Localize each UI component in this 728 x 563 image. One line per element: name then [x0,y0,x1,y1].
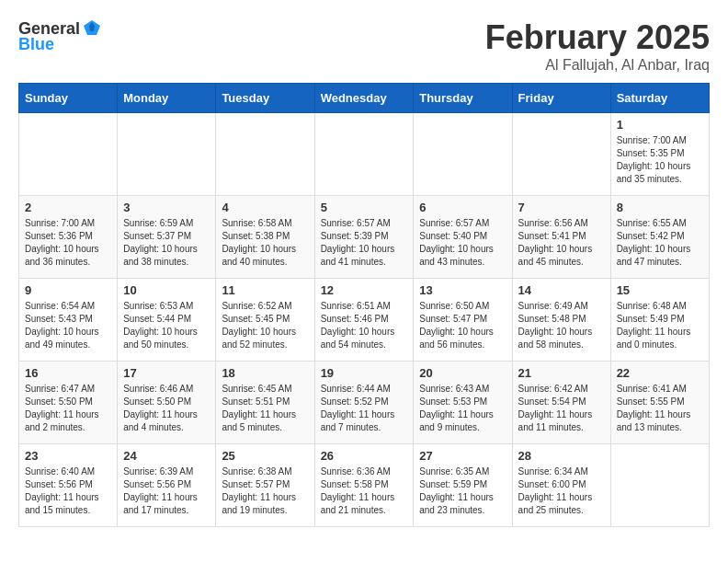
day-info: Sunrise: 6:56 AM Sunset: 5:41 PM Dayligh… [518,217,605,269]
day-info: Sunrise: 6:41 AM Sunset: 5:55 PM Dayligh… [617,383,703,434]
day-info: Sunrise: 6:51 AM Sunset: 5:46 PM Dayligh… [321,300,408,351]
calendar-cell: 28Sunrise: 6:34 AM Sunset: 6:00 PM Dayli… [512,444,610,527]
calendar-cell [19,113,118,196]
calendar-cell: 4Sunrise: 6:58 AM Sunset: 5:38 PM Daylig… [216,196,314,279]
day-number: 7 [518,201,605,214]
calendar-cell: 18Sunrise: 6:45 AM Sunset: 5:51 PM Dayli… [216,362,314,444]
calendar-cell: 8Sunrise: 6:55 AM Sunset: 5:42 PM Daylig… [610,196,709,279]
calendar-header-sunday: Sunday [19,84,118,113]
calendar-cell: 27Sunrise: 6:35 AM Sunset: 5:59 PM Dayli… [414,444,512,527]
calendar-cell: 16Sunrise: 6:47 AM Sunset: 5:50 PM Dayli… [19,362,118,444]
calendar-cell: 3Sunrise: 6:59 AM Sunset: 5:37 PM Daylig… [118,196,216,279]
calendar-cell: 13Sunrise: 6:50 AM Sunset: 5:47 PM Dayli… [414,279,512,362]
day-number: 23 [25,449,111,463]
day-info: Sunrise: 6:34 AM Sunset: 6:00 PM Dayligh… [518,465,605,517]
day-number: 11 [222,283,308,297]
day-info: Sunrise: 6:43 AM Sunset: 5:53 PM Dayligh… [419,383,506,434]
calendar-cell [314,113,414,196]
calendar-cell: 15Sunrise: 6:48 AM Sunset: 5:49 PM Dayli… [610,279,709,362]
day-number: 26 [321,449,408,463]
calendar-cell: 9Sunrise: 6:54 AM Sunset: 5:43 PM Daylig… [19,279,118,362]
day-info: Sunrise: 6:46 AM Sunset: 5:50 PM Dayligh… [123,383,210,434]
day-info: Sunrise: 6:49 AM Sunset: 5:48 PM Dayligh… [518,300,605,351]
day-number: 3 [123,201,210,214]
calendar-cell [512,113,610,196]
day-number: 24 [123,449,210,463]
day-info: Sunrise: 6:52 AM Sunset: 5:45 PM Dayligh… [222,300,308,351]
calendar-header-monday: Monday [118,84,216,113]
day-info: Sunrise: 6:36 AM Sunset: 5:58 PM Dayligh… [321,465,408,517]
day-number: 20 [419,366,506,380]
day-info: Sunrise: 6:48 AM Sunset: 5:49 PM Dayligh… [617,300,703,351]
day-number: 27 [419,449,506,463]
calendar-subtitle: Al Fallujah, Al Anbar, Iraq [485,57,710,74]
day-number: 18 [222,366,308,380]
day-number: 16 [25,366,111,380]
day-number: 4 [222,201,308,214]
day-number: 14 [518,283,605,297]
logo: General Blue [18,18,102,54]
calendar-header-friday: Friday [512,84,610,113]
day-info: Sunrise: 6:45 AM Sunset: 5:51 PM Dayligh… [222,383,308,434]
calendar-week-row: 1Sunrise: 7:00 AM Sunset: 5:35 PM Daylig… [19,113,710,196]
calendar-cell: 22Sunrise: 6:41 AM Sunset: 5:55 PM Dayli… [610,362,709,444]
calendar-week-row: 2Sunrise: 7:00 AM Sunset: 5:36 PM Daylig… [19,196,710,279]
day-number: 1 [617,118,703,132]
day-info: Sunrise: 6:38 AM Sunset: 5:57 PM Dayligh… [222,465,308,517]
day-number: 21 [518,366,605,380]
day-info: Sunrise: 6:54 AM Sunset: 5:43 PM Dayligh… [25,300,111,351]
calendar-cell: 6Sunrise: 6:57 AM Sunset: 5:40 PM Daylig… [414,196,512,279]
title-section: February 2025 Al Fallujah, Al Anbar, Ira… [485,18,710,74]
calendar-cell: 10Sunrise: 6:53 AM Sunset: 5:44 PM Dayli… [118,279,216,362]
day-number: 25 [222,449,308,463]
calendar-cell: 11Sunrise: 6:52 AM Sunset: 5:45 PM Dayli… [216,279,314,362]
calendar-cell: 14Sunrise: 6:49 AM Sunset: 5:48 PM Dayli… [512,279,610,362]
calendar-week-row: 9Sunrise: 6:54 AM Sunset: 5:43 PM Daylig… [19,279,710,362]
day-number: 22 [617,366,703,380]
day-number: 6 [419,201,506,214]
calendar-cell [414,113,512,196]
day-info: Sunrise: 6:47 AM Sunset: 5:50 PM Dayligh… [25,383,111,434]
calendar-cell: 20Sunrise: 6:43 AM Sunset: 5:53 PM Dayli… [414,362,512,444]
calendar-header-thursday: Thursday [414,84,512,113]
calendar-table: SundayMondayTuesdayWednesdayThursdayFrid… [18,83,710,527]
day-number: 19 [321,366,408,380]
calendar-header-tuesday: Tuesday [216,84,314,113]
day-info: Sunrise: 6:42 AM Sunset: 5:54 PM Dayligh… [518,383,605,434]
calendar-cell: 21Sunrise: 6:42 AM Sunset: 5:54 PM Dayli… [512,362,610,444]
day-info: Sunrise: 6:53 AM Sunset: 5:44 PM Dayligh… [123,300,210,351]
calendar-cell: 12Sunrise: 6:51 AM Sunset: 5:46 PM Dayli… [314,279,414,362]
day-number: 12 [321,283,408,297]
day-number: 8 [617,201,703,214]
calendar-cell: 23Sunrise: 6:40 AM Sunset: 5:56 PM Dayli… [19,444,118,527]
calendar-cell: 1Sunrise: 7:00 AM Sunset: 5:35 PM Daylig… [610,113,709,196]
day-info: Sunrise: 6:40 AM Sunset: 5:56 PM Dayligh… [25,465,111,517]
calendar-title: February 2025 [485,18,710,57]
calendar-cell: 2Sunrise: 7:00 AM Sunset: 5:36 PM Daylig… [19,196,118,279]
day-number: 15 [617,283,703,297]
day-info: Sunrise: 6:44 AM Sunset: 5:52 PM Dayligh… [321,383,408,434]
logo-flag-icon [82,18,102,39]
calendar-cell: 24Sunrise: 6:39 AM Sunset: 5:56 PM Dayli… [118,444,216,527]
day-number: 10 [123,283,210,297]
calendar-cell [610,444,709,527]
calendar-cell [216,113,314,196]
calendar-header-wednesday: Wednesday [314,84,414,113]
day-info: Sunrise: 7:00 AM Sunset: 5:36 PM Dayligh… [25,217,111,269]
day-info: Sunrise: 6:58 AM Sunset: 5:38 PM Dayligh… [222,217,308,269]
calendar-header-row: SundayMondayTuesdayWednesdayThursdayFrid… [19,84,710,113]
calendar-cell: 26Sunrise: 6:36 AM Sunset: 5:58 PM Dayli… [314,444,414,527]
page-header: General Blue February 2025 Al Fallujah, … [18,18,710,74]
day-number: 5 [321,201,408,214]
calendar-cell: 19Sunrise: 6:44 AM Sunset: 5:52 PM Dayli… [314,362,414,444]
calendar-cell: 25Sunrise: 6:38 AM Sunset: 5:57 PM Dayli… [216,444,314,527]
calendar-week-row: 16Sunrise: 6:47 AM Sunset: 5:50 PM Dayli… [19,362,710,444]
calendar-header-saturday: Saturday [610,84,709,113]
day-info: Sunrise: 6:57 AM Sunset: 5:39 PM Dayligh… [321,217,408,269]
day-info: Sunrise: 6:50 AM Sunset: 5:47 PM Dayligh… [419,300,506,351]
day-number: 17 [123,366,210,380]
day-info: Sunrise: 6:57 AM Sunset: 5:40 PM Dayligh… [419,217,506,269]
calendar-week-row: 23Sunrise: 6:40 AM Sunset: 5:56 PM Dayli… [19,444,710,527]
calendar-cell: 7Sunrise: 6:56 AM Sunset: 5:41 PM Daylig… [512,196,610,279]
day-number: 13 [419,283,506,297]
